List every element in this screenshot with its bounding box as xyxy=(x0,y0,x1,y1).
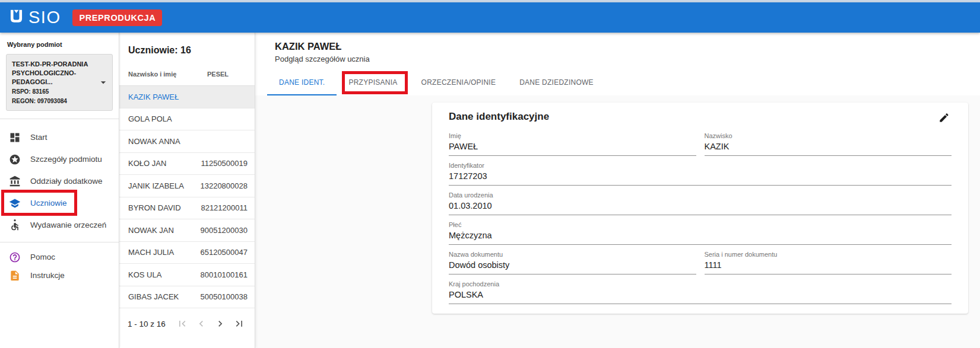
student-row[interactable]: NOWAK ANNA xyxy=(119,130,255,153)
entity-selector[interactable]: TEST-KD-PR-PORADNIA PSYCHOLOGICZNO-PEDAG… xyxy=(6,54,113,111)
main-content: KAZIK PAWEŁ Podgląd szczegółów ucznia DA… xyxy=(255,33,980,348)
tab-dane-ident[interactable]: DANE IDENT. xyxy=(267,71,337,95)
student-name: NOWAK ANNA xyxy=(128,137,207,146)
tab-content-area: Dane identyfikacyjne Imię PAWEŁ Nazwisko xyxy=(255,95,980,348)
tab-label: PRZYPISANIA xyxy=(348,78,397,87)
tab-orzeczenia-opinie[interactable]: ORZECZENIA/OPINIE xyxy=(410,71,508,95)
student-list-header: Nazwisko i imię PESEL xyxy=(119,56,255,86)
first-page-button[interactable] xyxy=(175,317,189,331)
bank-icon xyxy=(9,175,21,187)
field-kraj-pochodzenia: Kraj pochodzenia POLSKA xyxy=(449,276,952,304)
last-page-button[interactable] xyxy=(232,317,246,331)
sidebar-item-wydawanie-orzeczen[interactable]: Wydawanie orzeczeń xyxy=(0,214,119,236)
field-data-urodzenia: Data urodzenia 01.03.2010 xyxy=(449,187,952,215)
sidebar-item-label: Uczniowie xyxy=(30,199,67,207)
student-row[interactable]: KOŁO JAN 11250500019 xyxy=(119,153,255,175)
sidebar-item-start[interactable]: Start xyxy=(0,126,119,148)
student-pesel: 90051200030 xyxy=(200,226,248,235)
student-name: JANIK IZABELA xyxy=(128,181,200,190)
sidebar-item-label: Oddziały dodatkowe xyxy=(30,177,103,186)
student-name: GIBAS JACEK xyxy=(128,292,200,301)
pencil-icon xyxy=(938,112,950,123)
entity-name-line2: PSYCHOLOGICZNO-PEDAGOGI... xyxy=(12,69,99,87)
column-header-name: Nazwisko i imię xyxy=(128,71,207,78)
card-title: Dane identyfikacyjne xyxy=(449,111,549,123)
field-value: 1111 xyxy=(705,258,952,274)
student-row[interactable]: KOS ULA 80010100161 xyxy=(119,264,255,286)
entity-regon: REGON: 097093084 xyxy=(12,97,99,106)
detail-tabs: DANE IDENT. PRZYPISANIA ORZECZENIA/OPINI… xyxy=(255,71,980,95)
sidebar-item-szczegoly-podmiotu[interactable]: Szczegóły podmiotu xyxy=(0,148,119,170)
student-row[interactable]: KAZIK PAWEŁ xyxy=(119,86,255,108)
sio-logo-icon xyxy=(8,8,24,27)
field-nazwisko: Nazwisko KAZIK xyxy=(705,127,952,156)
field-label: Seria i numer dokumentu xyxy=(705,251,952,258)
student-name: KOŁO JAN xyxy=(128,159,201,168)
student-row[interactable]: NOWAK JAN 90051200030 xyxy=(119,219,255,242)
student-pesel: 82121200011 xyxy=(201,203,248,212)
document-icon xyxy=(9,270,21,282)
chevron-right-icon xyxy=(214,318,226,330)
field-label: Nazwisko xyxy=(705,132,952,139)
student-row[interactable]: GOLA POLA xyxy=(119,108,255,131)
sidebar-item-label: Wydawanie orzeczeń xyxy=(30,221,106,229)
field-label: Identyfikator xyxy=(449,162,952,169)
logo-text: SIO xyxy=(28,9,61,26)
page-title: KAZIK PAWEŁ xyxy=(275,41,980,52)
app-window: SIO PREPRODUKCJA Wybrany podmiot TEST-KD… xyxy=(0,0,980,348)
sidebar-item-uczniowie[interactable]: Uczniowie xyxy=(0,192,119,214)
student-name: KAZIK PAWEŁ xyxy=(128,92,207,101)
star-circle-icon xyxy=(9,154,21,165)
student-pesel: 13220800028 xyxy=(200,181,248,190)
edit-button[interactable] xyxy=(938,112,952,125)
field-value: PAWEŁ xyxy=(449,139,696,156)
student-row[interactable]: MACH JULIA 65120500047 xyxy=(119,242,255,264)
tab-dane-dziedzinowe[interactable]: DANE DZIEDZINOWE xyxy=(508,71,605,95)
tab-label: DANE DZIEDZINOWE xyxy=(519,78,594,87)
tab-label: ORZECZENIA/OPINIE xyxy=(421,78,496,87)
sidebar-item-label: Pomoc xyxy=(30,253,55,261)
field-label: Data urodzenia xyxy=(449,191,952,199)
list-pagination: 1 - 10 z 16 xyxy=(119,308,255,339)
student-pesel: 11250500019 xyxy=(201,159,248,168)
sidebar-item-pomoc[interactable]: Pomoc xyxy=(0,248,119,266)
field-identyfikator: Identyfikator 17127203 xyxy=(449,157,952,186)
student-name: KOS ULA xyxy=(128,270,200,279)
sio-logo[interactable]: SIO xyxy=(8,8,61,27)
dashboard-icon xyxy=(9,132,21,143)
student-row[interactable]: GIBAS JACEK 50050100038 xyxy=(119,286,255,309)
entity-rspo: RSPO: 83165 xyxy=(12,88,99,96)
wheelchair-icon xyxy=(9,219,21,231)
student-row[interactable]: BYRON DAVID 82121200011 xyxy=(119,197,255,220)
sidebar-item-label: Instrukcje xyxy=(30,271,65,280)
field-label: Płeć xyxy=(449,221,952,228)
previous-page-button[interactable] xyxy=(194,317,208,331)
sidebar-item-label: Szczegóły podmiotu xyxy=(30,155,102,164)
chevron-left-icon xyxy=(195,318,207,330)
student-row[interactable]: JANIK IZABELA 13220800028 xyxy=(119,175,255,197)
student-name: GOLA POLA xyxy=(128,114,207,123)
graduation-cap-icon xyxy=(9,197,21,209)
student-pesel: 65120500047 xyxy=(200,248,248,257)
student-name: NOWAK JAN xyxy=(128,226,200,235)
sidebar-item-oddzialy-dodatkowe[interactable]: Oddziały dodatkowe xyxy=(0,170,119,192)
entity-name-line1: TEST-KD-PR-PORADNIA xyxy=(12,60,99,69)
pagination-range-label: 1 - 10 z 16 xyxy=(128,320,166,328)
environment-badge: PREPRODUKCJA xyxy=(72,9,162,26)
student-name: MACH JULIA xyxy=(128,248,200,257)
student-detail-header: KAZIK PAWEŁ Podgląd szczegółów ucznia DA… xyxy=(255,33,980,95)
sidebar-item-instrukcje[interactable]: Instrukcje xyxy=(0,266,119,285)
app-header: SIO PREPRODUKCJA xyxy=(0,2,980,33)
field-nazwa-dokumentu: Nazwa dokumentu Dowód osobisty xyxy=(449,246,696,274)
student-pesel: 80010100161 xyxy=(200,270,248,279)
column-header-pesel: PESEL xyxy=(207,71,248,78)
sidebar: Wybrany podmiot TEST-KD-PR-PORADNIA PSYC… xyxy=(0,33,119,348)
tab-przypisania[interactable]: PRZYPISANIA xyxy=(337,71,409,95)
help-circle-icon xyxy=(9,251,21,263)
sidebar-menu: Start Szczegóły podmiotu Oddziały dodatk… xyxy=(0,119,119,242)
field-imie: Imię PAWEŁ xyxy=(449,127,696,156)
next-page-button[interactable] xyxy=(213,317,227,331)
sidebar-footer-menu: Pomoc Instrukcje xyxy=(0,242,119,290)
field-label: Nazwa dokumentu xyxy=(449,251,696,258)
arrow-drop-down-icon xyxy=(97,76,109,88)
